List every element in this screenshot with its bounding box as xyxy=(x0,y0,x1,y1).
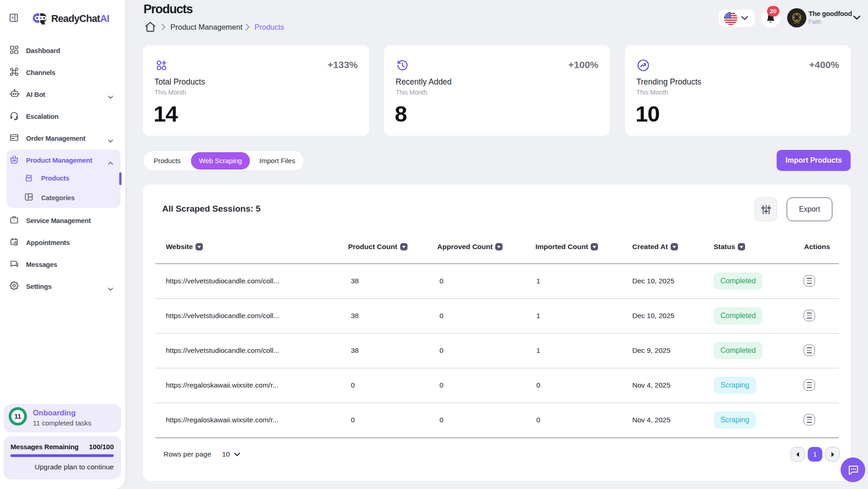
svg-text:Product Management: Product Management xyxy=(170,23,243,31)
svg-text:ReadyChatAI: ReadyChatAI xyxy=(51,13,109,24)
svg-text:Products: Products xyxy=(254,23,284,31)
svg-text:FAITH: FAITH xyxy=(794,22,800,24)
